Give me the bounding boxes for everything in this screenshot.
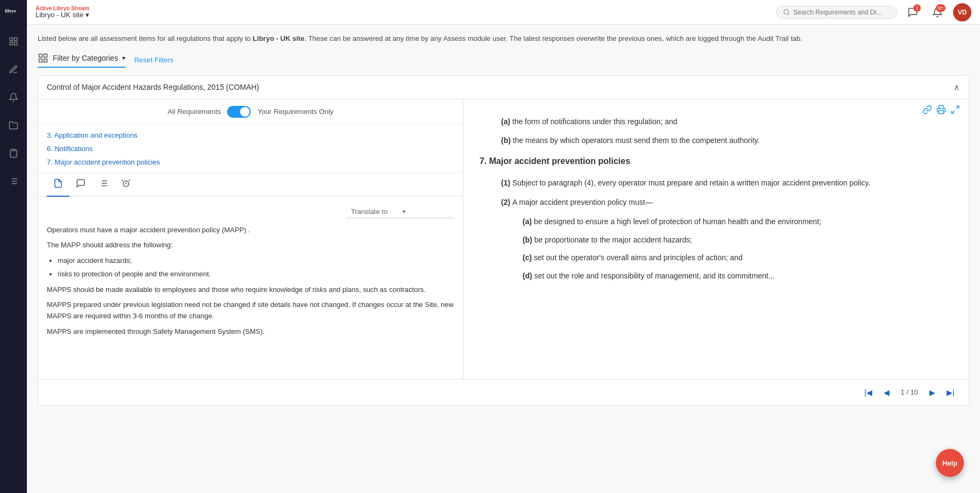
bullet-1: risks to protection of people and the en…: [58, 269, 454, 280]
intro-bold-site: Libryo - UK site: [253, 34, 305, 42]
toggle-thumb: [240, 107, 250, 117]
all-requirements-label: All Requirements: [167, 108, 221, 116]
right-pane: (a) the form of notifications under this…: [463, 99, 969, 379]
right-sub-c-text: set out the operator's overall aims and …: [534, 253, 743, 262]
reset-filters-link[interactable]: Reset Filters: [134, 56, 173, 64]
site-name: Libryo - UK site: [36, 11, 83, 19]
right-sub-d-text: set out the role and responsibility of m…: [534, 271, 775, 280]
intro-text: Listed below are all assessment items fo…: [38, 33, 953, 44]
translate-placeholder: Translate to: [351, 208, 398, 216]
alarm-icon: [121, 178, 131, 188]
sidebar-item-clipboard[interactable]: [5, 145, 22, 162]
chat-button[interactable]: 1: [904, 3, 922, 22]
regulation-text: (a) the form of notifications under this…: [480, 116, 953, 283]
right-sub-b-pre: (b): [523, 235, 534, 244]
svg-rect-4: [15, 42, 17, 45]
svg-rect-5: [12, 149, 15, 151]
chat-badge: 1: [913, 4, 921, 12]
expand-icon[interactable]: [950, 105, 960, 117]
help-button[interactable]: Help: [936, 449, 964, 477]
nav-item-2[interactable]: 7. Major accident prevention policies: [47, 158, 454, 166]
intro-text-after: . These can be answered at any time by a…: [305, 34, 802, 42]
print-icon[interactable]: [936, 105, 946, 117]
right-para2: (2) A major accident prevention policy m…: [501, 196, 953, 209]
svg-text:libryo: libryo: [5, 8, 17, 13]
document-icon: [53, 178, 63, 188]
svg-rect-27: [939, 110, 944, 113]
tab-comments[interactable]: [69, 173, 92, 197]
right-section-b: (b) the means by which operators must se…: [501, 134, 953, 147]
your-requirements-label: Your Requirements Only: [257, 108, 333, 116]
right-sub-b-text: be proportionate to the major accident h…: [534, 235, 692, 244]
collapse-icon[interactable]: ∧: [954, 82, 960, 92]
filter-chevron-icon: ▾: [122, 54, 125, 62]
list-icon: [98, 178, 108, 188]
toggle-bar: All Requirements Your Requirements Only: [38, 99, 463, 125]
right-sub-a-text: be designed to ensure a high level of pr…: [534, 217, 821, 226]
tab-document[interactable]: [47, 173, 69, 197]
requirements-toggle[interactable]: [227, 106, 251, 118]
svg-rect-1: [10, 38, 12, 40]
right-para1-text: Subject to paragraph (4), every operator…: [512, 178, 870, 187]
right-section-b-text: the means by which operators must send t…: [513, 136, 760, 145]
user-avatar[interactable]: VD: [953, 3, 971, 22]
main-area: Active Libryo Stream Libryo - UK site ▾ …: [27, 0, 980, 493]
search-input[interactable]: [793, 9, 890, 16]
right-section-b-pre: (b): [501, 136, 513, 145]
regulation-header: Control of Major Accident Hazards Regula…: [38, 76, 969, 99]
filter-by-categories[interactable]: Filter by Categories ▾: [38, 53, 125, 68]
right-para2-text: A major accident prevention policy must—: [512, 198, 653, 206]
topbar-site-selector[interactable]: Libryo - UK site ▾: [36, 11, 89, 19]
nav-item-0[interactable]: 3. Application and exceptions: [47, 131, 454, 139]
tab-list[interactable]: [92, 173, 115, 197]
sidebar-item-pen[interactable]: [5, 61, 22, 78]
translate-bar: Translate to ▾: [47, 205, 454, 218]
sidebar-logo: libryo: [5, 6, 22, 17]
right-sub-a: (a) be designed to ensure a high level o…: [523, 216, 953, 228]
nav-item-1[interactable]: 6. Notifications: [47, 145, 454, 153]
search-bar[interactable]: [776, 6, 897, 19]
comments-icon: [76, 178, 86, 188]
translate-dropdown[interactable]: Translate to ▾: [347, 205, 454, 218]
page-current: 1: [900, 388, 904, 396]
filter-label: Filter by Categories: [53, 54, 118, 62]
svg-rect-2: [15, 38, 17, 40]
notifications-button[interactable]: 9+: [928, 3, 947, 22]
right-section-a: (a) the form of notifications under this…: [501, 116, 953, 128]
search-icon: [783, 9, 790, 16]
right-sub-d-pre: (d): [523, 271, 534, 280]
intro-text-before: Listed below are all assessment items fo…: [38, 34, 253, 42]
svg-rect-16: [39, 59, 43, 62]
svg-line-26: [129, 180, 130, 181]
right-sub-b: (b) be proportionate to the major accide…: [523, 234, 953, 247]
right-content-header: [922, 105, 960, 117]
right-pane-body: (a) the form of notifications under this…: [480, 110, 953, 283]
sidebar-item-folder[interactable]: [5, 117, 22, 134]
sidebar-item-grid[interactable]: [5, 33, 22, 50]
svg-line-25: [122, 180, 123, 181]
page-prev-btn[interactable]: ◀: [879, 385, 894, 400]
right-section-a-text: the form of notifications under this reg…: [512, 117, 678, 126]
page-info: 1 / 10: [900, 388, 918, 396]
page-first-btn[interactable]: |◀: [861, 385, 876, 400]
content-para1: MAPPS should be made available to employ…: [47, 284, 454, 296]
link-icon[interactable]: [922, 105, 932, 117]
right-para1: (1) Subject to paragraph (4), every oper…: [501, 177, 953, 190]
sidebar-item-bell[interactable]: [5, 89, 22, 106]
tab-alarm[interactable]: [115, 173, 137, 197]
svg-rect-3: [10, 42, 12, 45]
page-separator: /: [906, 388, 908, 396]
pagination-bar: |◀ ◀ 1 / 10 ▶ ▶|: [38, 379, 969, 405]
content-line1: Operators must have a major accident pre…: [47, 225, 454, 236]
page-next-btn[interactable]: ▶: [925, 385, 940, 400]
sidebar-item-list[interactable]: [5, 173, 22, 190]
right-section-a-pre: (a): [501, 117, 512, 126]
svg-rect-17: [44, 59, 47, 62]
tab-icons-bar: [38, 173, 463, 197]
topbar: Active Libryo Stream Libryo - UK site ▾ …: [27, 0, 980, 25]
left-pane: All Requirements Your Requirements Only …: [38, 99, 463, 379]
right-para2-pre: (2): [501, 198, 512, 206]
content-line2: The MAPP should address the following:: [47, 240, 454, 251]
page-last-btn[interactable]: ▶|: [943, 385, 958, 400]
svg-rect-14: [39, 54, 43, 57]
